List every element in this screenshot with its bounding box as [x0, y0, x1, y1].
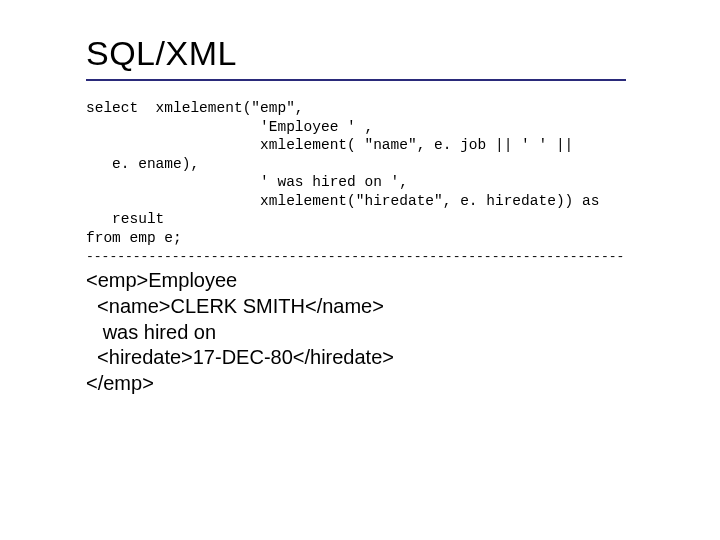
code-line: result	[86, 211, 164, 227]
code-line: 'Employee ' ,	[86, 119, 373, 135]
code-line: ' was hired on ',	[86, 174, 408, 190]
code-line: xmlelement("hiredate", e. hiredate)) as	[86, 193, 608, 209]
output-line: <emp>Employee	[86, 269, 237, 291]
sql-code-block: select xmlelement("emp", 'Employee ' , x…	[86, 99, 720, 247]
output-line: <hiredate>17-DEC-80</hiredate>	[86, 346, 394, 368]
xml-output-block: <emp>Employee <name>CLERK SMITH</name> w…	[86, 268, 720, 396]
output-line: was hired on	[86, 321, 216, 343]
output-line: </emp>	[86, 372, 154, 394]
slide: SQL/XML select xmlelement("emp", 'Employ…	[0, 0, 720, 540]
code-line: from emp e;	[86, 230, 182, 246]
title-underline	[86, 79, 626, 81]
code-line: xmlelement( "name", e. job || ' ' ||	[86, 137, 582, 153]
separator-line: ----------------------------------------…	[86, 249, 626, 264]
code-line: select xmlelement("emp",	[86, 100, 304, 116]
slide-title: SQL/XML	[86, 34, 720, 73]
code-line: e. ename),	[86, 156, 199, 172]
output-line: <name>CLERK SMITH</name>	[86, 295, 384, 317]
